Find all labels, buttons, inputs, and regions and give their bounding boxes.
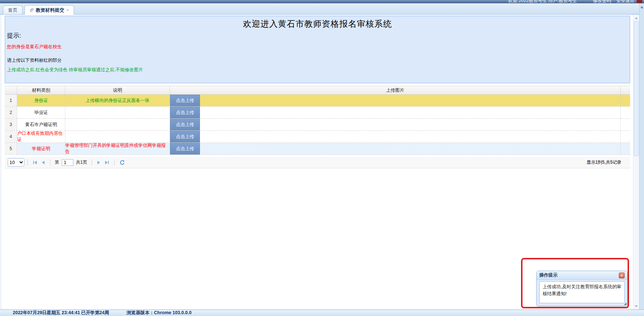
row-category: 户口本或有效期内居住证 bbox=[17, 131, 65, 142]
first-page-button[interactable] bbox=[31, 159, 39, 166]
upload-button[interactable]: 点击上传 bbox=[170, 143, 200, 155]
table-row[interactable]: 1 身份证 上传横向的身份证正反面各一张 点击上传 bbox=[5, 95, 630, 107]
east-collapse-strip: « bbox=[639, 3, 644, 309]
row-index: 3 bbox=[5, 119, 17, 130]
row-filler bbox=[621, 131, 630, 142]
divider bbox=[114, 159, 115, 165]
divider bbox=[27, 159, 28, 165]
row-category: 毕业证 bbox=[17, 107, 65, 118]
row-category: 学籍证明 bbox=[17, 143, 65, 155]
upload-button[interactable]: 点击上传 bbox=[170, 131, 200, 142]
header-filler bbox=[621, 86, 630, 94]
refresh-icon[interactable] bbox=[117, 159, 127, 167]
row-filler bbox=[621, 107, 630, 118]
next-page-button[interactable] bbox=[95, 159, 103, 166]
left-border-line bbox=[1, 15, 1, 309]
hint-label: 提示: bbox=[7, 31, 21, 40]
operation-tip-popup: 操作提示 × 上传成功,及时关注教育部报名系统的审核结果通知! bbox=[536, 271, 628, 306]
attachment-icon bbox=[30, 8, 34, 12]
tab-material-submit[interactable]: 教资材料提交 × bbox=[24, 5, 74, 15]
table-row[interactable]: 4 户口本或有效期内居住证 点击上传 bbox=[5, 131, 630, 143]
header-category: 材料类别 bbox=[17, 86, 65, 94]
row-filler bbox=[621, 143, 630, 155]
row-category: 黄石市户籍证明 bbox=[17, 119, 65, 130]
table-row[interactable]: 3 黄石市户籍证明 点击上传 bbox=[5, 119, 630, 131]
row-filler bbox=[621, 95, 630, 106]
divider bbox=[50, 159, 50, 165]
tab-label: 教资材料提交 bbox=[36, 7, 64, 14]
upload-button[interactable]: 点击上传 bbox=[170, 107, 200, 118]
row-description: 上传横向的身份证正反面各一张 bbox=[65, 95, 170, 106]
tab-bar: 首页 教资材料提交 × bbox=[0, 3, 644, 15]
datetime-text: 2022年07月29日星期五 23:44:41 已开学第24周 bbox=[13, 310, 109, 316]
scrollbar-thumb[interactable] bbox=[634, 21, 639, 156]
last-page-button[interactable] bbox=[103, 159, 111, 166]
popup-title: 操作提示 bbox=[539, 272, 558, 278]
page-title: 欢迎进入黄石市教师资格报名审核系统 bbox=[5, 18, 630, 30]
row-description: 学籍管理部门开具的学籍证明原件或学信网学籍报告 bbox=[65, 143, 170, 155]
browser-version-text: 浏览器版本：Chrome 103.0.0.0 bbox=[127, 310, 192, 316]
row-index: 4 bbox=[5, 131, 17, 142]
header-description: 说明 bbox=[65, 86, 170, 94]
upload-button[interactable]: 点击上传 bbox=[170, 119, 200, 130]
logout-icon[interactable] bbox=[637, 0, 642, 3]
row-description bbox=[65, 107, 170, 118]
divider bbox=[92, 159, 92, 165]
vertical-scrollbar[interactable] bbox=[633, 15, 639, 309]
row-description bbox=[65, 131, 170, 142]
row-index: 1 bbox=[5, 95, 17, 106]
upload-status-line: 上传成功之后,红色会变为绿色 待审核员审核通过之后,不能修改图片 bbox=[7, 67, 143, 73]
instruction-line: 请上传以下资料标红的部分 bbox=[7, 57, 62, 64]
user-info-text: 欢迎:2022教资考生 用户:教资考生 bbox=[508, 0, 577, 3]
table-row[interactable]: 5 学籍证明 学籍管理部门开具的学籍证明原件或学信网学籍报告 点击上传 bbox=[5, 143, 630, 155]
scroll-up-icon[interactable] bbox=[633, 15, 639, 21]
identity-line: 您的身份是黄石户籍在校生 bbox=[7, 44, 62, 50]
expand-panel-icon[interactable]: « bbox=[640, 5, 644, 10]
logout-link[interactable]: 安全退出 bbox=[616, 0, 635, 3]
pagination-bar: 10 第 共1页 显示1到5,共5记录 bbox=[5, 157, 630, 168]
header-upload: 上传图片 bbox=[170, 86, 621, 94]
upload-button[interactable]: 点击上传 bbox=[170, 95, 200, 106]
tab-close-icon[interactable]: × bbox=[66, 8, 69, 13]
header-index bbox=[5, 86, 17, 94]
popup-close-button[interactable]: × bbox=[619, 273, 625, 278]
page-number-input[interactable] bbox=[62, 159, 73, 166]
popup-message: 上传成功,及时关注教育部报名系统的审核结果通知! bbox=[539, 281, 625, 303]
material-table: 材料类别 说明 上传图片 1 身份证 上传横向的身份证正反面各一张 点击上传 2… bbox=[5, 86, 630, 155]
page-suffix-label: 共1页 bbox=[76, 159, 87, 165]
page-prefix-label: 第 bbox=[55, 159, 59, 165]
table-header-row: 材料类别 说明 上传图片 bbox=[5, 86, 630, 95]
row-description bbox=[65, 119, 170, 130]
scroll-down-icon[interactable] bbox=[633, 303, 639, 309]
popup-resize-handle[interactable] bbox=[624, 302, 626, 305]
record-summary: 显示1到5,共5记录 bbox=[587, 159, 621, 165]
row-index: 5 bbox=[5, 143, 17, 155]
page-size-select[interactable]: 10 bbox=[8, 158, 24, 167]
row-index: 2 bbox=[5, 107, 17, 118]
main-panel: 欢迎进入黄石市教师资格报名审核系统 提示: 您的身份是黄石户籍在校生 请上传以下… bbox=[0, 15, 639, 309]
change-password-link[interactable]: 修改密码 bbox=[593, 0, 611, 3]
tab-home[interactable]: 首页 bbox=[3, 5, 23, 14]
row-filler bbox=[621, 119, 630, 130]
popup-header: 操作提示 × bbox=[537, 271, 627, 280]
status-bar: 2022年07月29日星期五 23:44:41 已开学第24周 浏览器版本：Ch… bbox=[0, 309, 644, 316]
welcome-hint-panel: 欢迎进入黄石市教师资格报名审核系统 提示: 您的身份是黄石户籍在校生 请上传以下… bbox=[5, 16, 630, 83]
prev-page-button[interactable] bbox=[39, 159, 47, 166]
row-category: 身份证 bbox=[17, 95, 65, 106]
table-row[interactable]: 2 毕业证 点击上传 bbox=[5, 107, 630, 119]
top-user-bar: 欢迎:2022教资考生 用户:教资考生 修改密码 安全退出 bbox=[0, 0, 644, 3]
